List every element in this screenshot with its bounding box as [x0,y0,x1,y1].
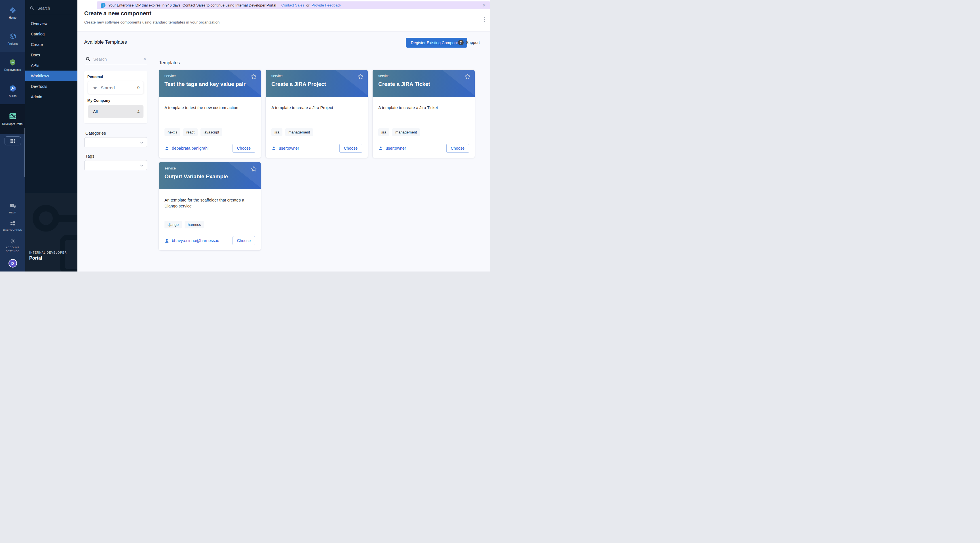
star-icon[interactable] [250,73,257,80]
developer-portal-icon [9,112,17,120]
star-icon: ★ [93,85,97,90]
svg-text:∞: ∞ [11,60,14,64]
tags-select[interactable] [84,160,147,170]
rail-bottom-group: ? HELP DASHBOARDS ACCOUNT SETTINGS [0,200,25,256]
template-card-header: service Output Variable Example [159,162,261,189]
kebab-menu-icon[interactable] [483,16,486,23]
sidebar-item-overview[interactable]: Overview [25,18,77,29]
close-icon[interactable]: ✕ [482,3,486,8]
template-card-header: service Test the tags and key value pair [159,70,261,97]
rail-item-projects[interactable]: Projects [0,26,25,52]
sidebar-item-admin[interactable]: Admin [25,92,77,102]
template-kind: service [164,166,255,170]
template-card-header: service Create a JIRA Ticket [372,70,475,97]
rail-item-developer-portal[interactable]: Developer Portal [0,104,25,134]
tag-pill: nextjs [164,129,180,136]
rail-item-home[interactable]: Home [0,0,25,26]
sidebar-item-workflows[interactable]: Workflows [25,71,77,81]
portal-eyebrow: INTERNAL DEVELOPER [29,251,67,254]
categories-label: Categories [85,131,106,135]
rail-apps-wrap [0,134,25,145]
section-heading: Available Templates [84,40,127,45]
template-card-footer: bhavya.sinha@harness.io Choose [164,236,255,245]
sidebar-item-docs[interactable]: Docs [25,49,77,60]
tag-pill: harness [185,221,204,229]
page-subtitle: Create new software components using sta… [84,20,473,24]
portal-title: Portal [29,256,67,261]
owner-link[interactable]: debabrata.panigrahi [164,146,208,151]
template-card-footer: user:owner Choose [271,144,362,153]
owner-link[interactable]: user:owner [271,146,299,151]
sidebar-item-devtools[interactable]: DevTools [25,81,77,92]
sidebar-search[interactable]: Search [25,0,77,14]
rail-item-account-settings[interactable]: ACCOUNT SETTINGS [0,235,25,256]
filter-groups-card: Personal ★ Starred 0 My Company All 4 [84,71,148,123]
tag-pill: jira [271,129,282,136]
star-icon[interactable] [250,165,257,172]
rail-item-deployments[interactable]: ∞ Deployments [0,52,25,78]
starred-filter[interactable]: ★ Starred 0 [88,81,143,94]
star-icon[interactable] [464,73,471,80]
template-card-body: A template to create a Jira Project jira… [266,97,368,158]
template-card-body: A template to test the new custom action… [159,97,261,158]
contact-sales-link[interactable]: Contact Sales [281,3,304,7]
builds-icon [9,85,16,92]
template-card-grid: service Test the tags and key value pair… [159,70,476,251]
rail-scrollbar[interactable] [24,128,25,177]
provide-feedback-link[interactable]: Provide Feedback [311,3,341,7]
rail-modules: Home Projects ∞ Deployments Builds Devel… [0,0,25,134]
banner-or: or [306,3,310,7]
categories-select[interactable] [84,137,147,148]
choose-button[interactable]: Choose [232,144,255,153]
sidebar-item-apis[interactable]: APIs [25,60,77,71]
user-icon [164,146,169,151]
owner-link[interactable]: bhavya.sinha@harness.io [164,238,219,243]
dashboards-icon [10,221,16,226]
content-area: Available Templates Register Existing Co… [77,31,490,272]
sidebar-item-create[interactable]: Create [25,39,77,49]
choose-button[interactable]: Choose [232,236,255,245]
choose-button[interactable]: Choose [446,144,469,153]
choose-button[interactable]: Choose [339,144,362,153]
apps-grid-button[interactable] [5,136,21,145]
template-card: service Test the tags and key value pair… [159,70,261,158]
account-settings-icon [10,238,16,244]
template-search: ✕ [85,56,146,64]
question-icon: ? [458,40,464,45]
template-description: A template to test the new custom action [164,105,252,111]
search-icon [85,56,91,62]
template-title: Output Variable Example [164,173,255,180]
template-card-body: A template to create a Jira Ticket jiram… [372,97,475,158]
rail-item-builds[interactable]: Builds [0,78,25,104]
tags-label: Tags [85,154,94,159]
sidebar-menu: OverviewCatalogCreateDocsAPIsWorkflowsDe… [25,18,77,102]
rail-item-dashboards[interactable]: DASHBOARDS [0,218,25,235]
clear-search-icon[interactable]: ✕ [143,56,146,62]
avatar[interactable]: D [8,259,17,268]
sidebar-search-label: Search [37,6,50,11]
owner-link[interactable]: user:owner [378,146,406,151]
star-icon[interactable] [357,73,364,80]
tag-pill: javascript [200,129,222,136]
owner-name: user:owner [279,146,299,151]
template-tags: nextjsreactjavascript [164,129,255,136]
tag-pill: jira [378,129,389,136]
template-title: Create a JIRA Project [271,81,362,87]
chevron-down-icon [139,163,144,168]
support-button[interactable]: ? Support [458,40,480,45]
all-label: All [93,109,98,114]
template-tags: jiramanagement [271,129,362,136]
user-icon [164,238,169,243]
template-tags: djangoharness [164,221,255,229]
template-tags: jiramanagement [378,129,469,136]
starred-count: 0 [137,85,140,90]
template-kind: service [271,74,362,78]
sidebar-item-catalog[interactable]: Catalog [25,29,77,39]
template-description: An template for the scaffolder that crea… [164,197,252,209]
rail-item-help[interactable]: ? HELP [0,200,25,218]
user-icon [378,146,383,151]
support-label: Support [466,40,480,45]
search-input[interactable] [93,57,136,62]
owner-name: debabrata.panigrahi [172,146,208,151]
all-filter[interactable]: All 4 [88,105,143,118]
